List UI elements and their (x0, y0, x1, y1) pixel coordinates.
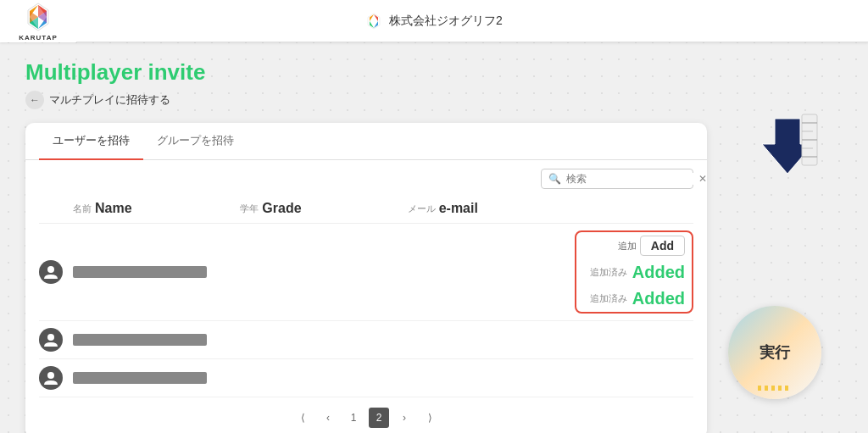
pagination: ⟨ ‹ 1 2 › ⟩ (25, 397, 707, 433)
col-grade-main: Grade (262, 201, 301, 216)
search-bar: 🔍 ✕ (25, 160, 707, 194)
main-content: Multiplayer invite ← マルチプレイに招待する ユーザーを招待… (0, 42, 868, 433)
user-avatar (39, 260, 63, 284)
subtitle-text: マルチプレイに招待する (49, 92, 170, 108)
table-row (39, 359, 693, 397)
tab-users[interactable]: ユーザーを招待 (39, 123, 143, 160)
add-label-jp: 追加 (618, 240, 637, 253)
name-data (73, 334, 207, 346)
pagination-page-1[interactable]: 1 (343, 408, 364, 428)
added-text-1: Added (632, 263, 685, 282)
svg-marker-1 (368, 14, 380, 29)
search-icon: 🔍 (548, 173, 561, 185)
name-data (73, 266, 207, 278)
table-header: 名前 Name 学年 Grade メール e-mail (39, 194, 693, 224)
execute-label: 実行 (760, 342, 790, 363)
action-added-1: 追加済み Added (583, 263, 685, 282)
pagination-last[interactable]: ⟩ (420, 408, 440, 428)
top-bar: KARUTAP 株式会社ジオグリフ2 (0, 0, 868, 42)
logo-text: KARUTAP (19, 34, 58, 42)
tab-groups[interactable]: グループを招待 (143, 123, 248, 160)
table: 名前 Name 学年 Grade メール e-mail (25, 194, 707, 397)
user-avatar (39, 366, 63, 390)
tab-bar: ユーザーを招待 グループを招待 (25, 123, 707, 160)
name-data (73, 372, 207, 384)
main-card: ユーザーを招待 グループを招待 🔍 ✕ 名前 Name (25, 123, 707, 433)
svg-point-4 (47, 372, 54, 379)
left-panel: Multiplayer invite ← マルチプレイに招待する ユーザーを招待… (25, 59, 707, 416)
company-logo-small (365, 13, 382, 30)
pagination-next[interactable]: › (394, 408, 415, 428)
col-grade-header: 学年 Grade (240, 201, 407, 216)
col-email-header: メール e-mail (408, 201, 575, 216)
pagination-prev[interactable]: ‹ (318, 408, 338, 428)
svg-point-3 (47, 334, 54, 341)
table-row (39, 321, 693, 359)
pagination-first[interactable]: ⟨ (292, 408, 313, 428)
ruler-arrow-icon (758, 110, 826, 190)
company-name: 株式会社ジオグリフ2 (389, 14, 503, 29)
added-label-jp-2: 追加済み (590, 292, 627, 305)
page-subtitle: ← マルチプレイに招待する (25, 91, 707, 109)
back-button[interactable]: ← (25, 91, 44, 109)
col-name-main: Name (95, 201, 132, 216)
search-input[interactable] (566, 173, 693, 185)
table-row: 追加 Add 追加済み Added 追加済み Added (39, 224, 693, 321)
col-email-sub: メール (408, 203, 436, 215)
action-add: 追加 Add (583, 236, 685, 256)
added-text-2: Added (632, 289, 685, 308)
action-added-2: 追加済み Added (583, 289, 685, 308)
logo-area: KARUTAP (0, 0, 76, 42)
pagination-page-2[interactable]: 2 (369, 408, 389, 428)
svg-point-2 (47, 266, 54, 273)
page-title: Multiplayer invite (25, 59, 707, 86)
added-label-jp-1: 追加済み (590, 266, 627, 279)
search-clear-icon[interactable]: ✕ (698, 173, 707, 185)
col-grade-sub: 学年 (240, 203, 259, 215)
user-avatar (39, 328, 63, 352)
karutap-logo: KARUTAP (13, 0, 64, 42)
logo-icon (23, 2, 53, 32)
top-bar-center: 株式会社ジオグリフ2 (365, 13, 503, 30)
action-area-highlighted: 追加 Add 追加済み Added 追加済み Added (575, 230, 693, 314)
add-button[interactable]: Add (640, 236, 685, 256)
col-name-header: 名前 Name (73, 201, 240, 216)
search-wrapper: 🔍 ✕ (541, 169, 693, 189)
execute-badge[interactable]: 実行 (728, 306, 821, 399)
right-decoration: 実行 (707, 59, 843, 416)
col-email-main: e-mail (439, 201, 478, 216)
col-name-sub: 名前 (73, 203, 92, 215)
